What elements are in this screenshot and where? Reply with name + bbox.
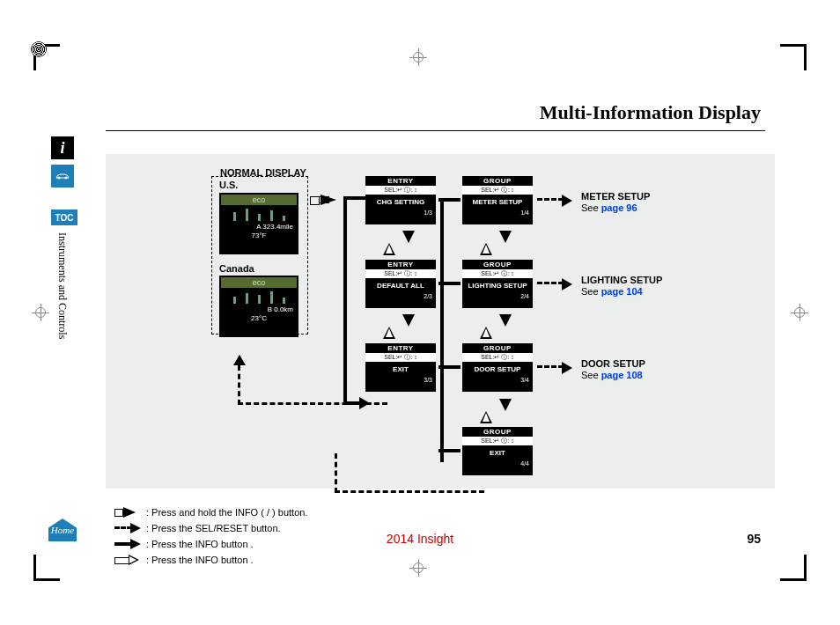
menu-head: ENTRY [365,343,436,353]
us-label: U.S. [219,180,238,190]
svg-point-1 [65,177,68,180]
see-text: See [581,202,601,213]
toc-button[interactable]: TOC [51,210,77,225]
legend-icon-info-up [114,555,143,565]
entry-menu-2: ENTRY SEL:↵ ⓘ: ↕ DEFAULT ALL 2/3 [365,260,436,308]
menu-sel: SEL:↵ ⓘ: ↕ [365,353,436,362]
crop-mark [33,555,60,581]
legend-row: : Press the INFO button . [114,552,307,568]
setup-name: METER SETUP [581,191,650,202]
menu-body: DEFAULT ALL [365,278,436,293]
menu-sel: SEL:↵ ⓘ: ↕ [365,186,436,195]
rule [106,130,765,131]
eco-bars [221,288,297,305]
legend-icon-sel [114,523,143,533]
group-menu-3: GROUP SEL:↵ ⓘ: ↕ DOOR SETUP 3/4 [462,343,533,392]
svg-point-0 [58,177,61,180]
connector [440,198,458,462]
page-title: Multi-Information Display [540,101,761,124]
menu-sel: SEL:↵ ⓘ: ↕ [462,269,533,278]
eco-display-us: eco A 323.4mile 73°F [219,193,298,254]
normal-display-box: U.S. eco A 323.4mile 73°F Canada eco B 0… [211,176,308,335]
footer-model: 2014 Insight [387,532,453,546]
group-menu-2: GROUP SEL:↵ ⓘ: ↕ LIGHTING SETUP 2/4 [462,260,533,308]
setup-name: LIGHTING SETUP [581,275,662,285]
page-link[interactable]: page 96 [601,202,637,213]
menu-head: GROUP [462,260,533,269]
trip-text: A 323.4mile [221,223,297,232]
arrow-dashed [537,198,564,201]
legend-icon-hold [114,507,143,518]
menu-body: CHG SETTING [365,195,436,210]
setup-ref-meter: METER SETUP See page 96 [581,191,650,214]
legend-icon-info-down [114,539,143,549]
canada-label: Canada [219,263,254,274]
menu-sel: SEL:↵ ⓘ: ↕ [365,269,436,278]
group-menu-1: GROUP SEL:↵ ⓘ: ↕ METER SETUP 1/4 [462,176,533,224]
page-link[interactable]: page 108 [601,370,643,380]
legend-text: : Press the INFO button . [146,535,254,553]
legend: : Press and hold the INFO ( / ) button. … [114,504,307,568]
registration-mark [409,559,427,577]
see-text: See [581,286,601,297]
home-button[interactable]: Home [48,518,77,541]
menu-body: LIGHTING SETUP [462,278,533,293]
eco-head: eco [221,195,297,205]
menu-head: GROUP [462,343,533,353]
menu-body: METER SETUP [462,195,533,210]
legend-row: : Press and hold the INFO ( / ) button. [114,504,307,520]
section-label: Instruments and Controls [55,232,69,339]
menu-head: GROUP [462,427,533,437]
legend-text: : Press the SEL/RESET button. [146,519,281,537]
connector [438,282,461,285]
connector [438,449,461,452]
eco-head: eco [221,277,297,288]
trip-text: B 0.0km [221,305,297,314]
arrow-up-down [383,231,415,255]
connector [438,198,461,202]
temp-text: 73°F [221,232,297,240]
arrow-dashed [537,365,564,368]
registration-mark [791,304,808,321]
connector-dashed [238,365,387,405]
menu-head: ENTRY [365,260,436,269]
menu-foot: 3/4 [462,377,533,383]
crop-mark [780,44,807,70]
arrow-up-down [383,314,415,339]
arrow-open [310,194,342,206]
crop-mark [780,555,807,581]
sidebar: i TOC Instruments and Controls [51,136,91,339]
eco-display-canada: eco B 0.0km 23°C [219,276,298,337]
menu-body: DOOR SETUP [462,362,533,377]
registration-mark [32,304,49,321]
arrow-dashed [537,282,564,284]
footer-page: 95 [747,532,761,546]
arrow-up-down [480,314,512,339]
legend-row: : Press the INFO button . [114,536,307,552]
menu-sel: SEL:↵ ⓘ: ↕ [462,186,533,195]
legend-text: : Press the INFO button . [146,551,254,569]
legend-text: : Press and hold the INFO ( / ) button. [146,504,307,521]
connector [438,365,461,369]
info-button[interactable]: i [51,136,74,159]
temp-text: 23°C [221,314,297,323]
car-button[interactable] [51,165,74,188]
setup-name: DOOR SETUP [581,358,645,369]
see-text: See [581,370,601,380]
entry-menu-1: ENTRY SEL:↵ ⓘ: ↕ CHG SETTING 1/3 [365,176,436,224]
crop-mark [33,44,60,70]
menu-head: GROUP [462,176,533,186]
setup-ref-door: DOOR SETUP See page 108 [581,358,645,381]
legend-row: : Press the SEL/RESET button. [114,520,307,536]
menu-foot: 2/4 [462,293,533,299]
eco-bars [221,205,297,223]
connector-dashed [335,453,484,493]
menu-sel: SEL:↵ ⓘ: ↕ [462,437,533,445]
arrow-up-down [480,231,512,255]
page-link[interactable]: page 104 [601,286,643,297]
menu-foot: 1/4 [462,210,533,216]
menu-sel: SEL:↵ ⓘ: ↕ [462,353,533,362]
setup-ref-lighting: LIGHTING SETUP See page 104 [581,275,662,298]
menu-head: ENTRY [365,176,436,186]
flow-diagram: NORMAL DISPLAY U.S. eco A 323.4mile 73°F… [106,154,775,489]
